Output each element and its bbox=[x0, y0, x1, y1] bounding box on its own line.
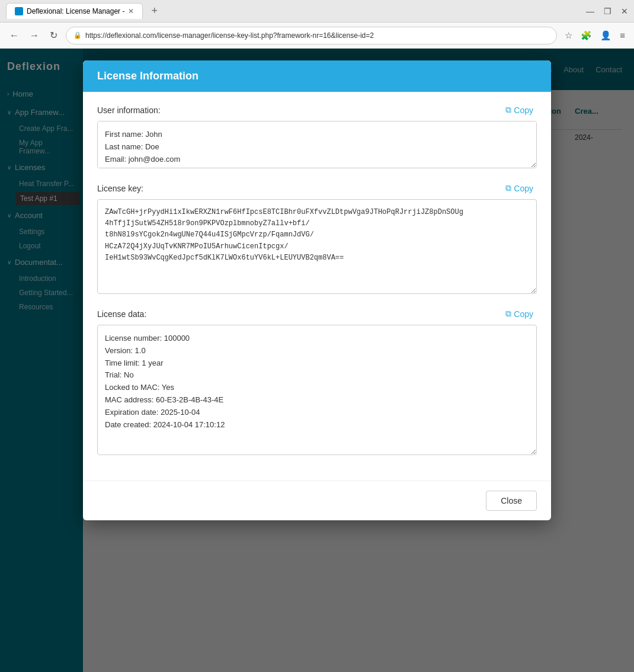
minimize-button[interactable]: — bbox=[586, 7, 594, 16]
browser-tab[interactable]: Deflexional: License Manager - ✕ bbox=[6, 3, 143, 19]
copy-icon-3: ⧉ bbox=[505, 309, 511, 319]
modal-title: License Information bbox=[97, 70, 198, 82]
security-icon: 🔒 bbox=[73, 31, 82, 39]
close-modal-button[interactable]: Close bbox=[486, 491, 537, 511]
license-data-textarea[interactable] bbox=[97, 325, 537, 455]
close-window-button[interactable]: ✕ bbox=[621, 7, 628, 16]
license-key-label: License key: bbox=[97, 184, 143, 193]
forward-button[interactable]: → bbox=[27, 28, 41, 43]
browser-titlebar: Deflexional: License Manager - ✕ + — ❐ ✕ bbox=[0, 0, 634, 23]
copy-license-key-label: Copy bbox=[514, 184, 533, 193]
modal-footer: Close bbox=[83, 481, 551, 520]
modal-body: User information: ⧉ Copy License key: ⧉ bbox=[83, 92, 551, 481]
license-data-header: License data: ⧉ Copy bbox=[97, 308, 537, 320]
license-data-section: License data: ⧉ Copy bbox=[97, 308, 537, 457]
license-info-modal: License Information User information: ⧉ … bbox=[83, 60, 551, 520]
tab-favicon bbox=[15, 7, 23, 15]
license-data-label: License data: bbox=[97, 309, 146, 319]
refresh-button[interactable]: ↻ bbox=[47, 27, 60, 43]
extensions-icon[interactable]: 🧩 bbox=[579, 28, 594, 43]
new-tab-button[interactable]: + bbox=[148, 5, 161, 17]
browser-chrome: Deflexional: License Manager - ✕ + — ❐ ✕… bbox=[0, 0, 634, 49]
copy-icon-2: ⧉ bbox=[505, 183, 511, 193]
user-info-label: User information: bbox=[97, 105, 161, 115]
back-button[interactable]: ← bbox=[7, 28, 21, 43]
user-info-textarea[interactable] bbox=[97, 121, 537, 168]
browser-actions: ☆ 🧩 👤 ≡ bbox=[563, 28, 627, 43]
profile-icon[interactable]: 👤 bbox=[598, 28, 613, 43]
license-key-textarea[interactable] bbox=[97, 199, 537, 294]
tab-close-button[interactable]: ✕ bbox=[128, 7, 134, 15]
license-key-header: License key: ⧉ Copy bbox=[97, 182, 537, 194]
modal-header: License Information bbox=[83, 60, 551, 92]
license-key-section: License key: ⧉ Copy bbox=[97, 182, 537, 296]
copy-license-data-button[interactable]: ⧉ Copy bbox=[502, 308, 537, 320]
bookmark-icon[interactable]: ☆ bbox=[563, 28, 574, 43]
address-bar[interactable]: 🔒 https://deflexional.com/license-manage… bbox=[66, 27, 557, 44]
copy-user-info-button[interactable]: ⧉ Copy bbox=[502, 104, 537, 116]
user-info-section: User information: ⧉ Copy bbox=[97, 104, 537, 170]
copy-user-info-label: Copy bbox=[514, 105, 533, 115]
url-text: https://deflexional.com/license-manager/… bbox=[85, 31, 374, 40]
menu-icon[interactable]: ≡ bbox=[618, 28, 627, 42]
page-background: Deflexion › Home ∨ App Framew... Create … bbox=[0, 49, 634, 672]
tab-title: Deflexional: License Manager - bbox=[27, 7, 124, 15]
copy-license-key-button[interactable]: ⧉ Copy bbox=[502, 182, 537, 194]
restore-button[interactable]: ❐ bbox=[604, 7, 611, 16]
copy-license-data-label: Copy bbox=[514, 309, 533, 319]
copy-icon-1: ⧉ bbox=[505, 105, 511, 115]
modal-overlay: License Information User information: ⧉ … bbox=[0, 49, 634, 672]
user-info-header: User information: ⧉ Copy bbox=[97, 104, 537, 116]
browser-nav: ← → ↻ 🔒 https://deflexional.com/license-… bbox=[0, 23, 634, 49]
